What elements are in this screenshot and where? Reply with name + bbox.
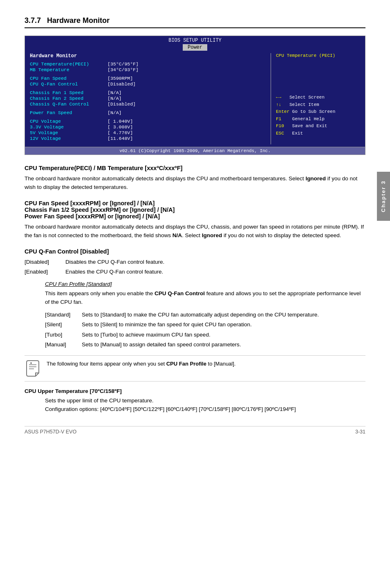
bios-row-cpu-temp: CPU Temperature(PECI) [35°C/95°F] (30, 61, 266, 67)
note-text: The following four items appear only whe… (47, 360, 365, 368)
fan-speed-heading: CPU Fan Speed [xxxxRPM] or [Ignored] / [… (25, 200, 365, 220)
bios-row-mb-temp: MB Temperature [34°C/93°F] (30, 67, 266, 72)
bios-row-12v-voltage: 12V Voltage [11.648V] (30, 136, 266, 141)
bios-group-power-fan: Power Fan Speed [N/A] (30, 110, 266, 115)
bios-group-chassis-fan: Chassis Fan 1 Speed [N/A] Chassis Fan 2 … (30, 90, 266, 107)
bios-value-chassis-fan2: [N/A] (108, 96, 122, 101)
bios-row-chassis-fan2: Chassis Fan 2 Speed [N/A] (30, 96, 266, 101)
bios-value-chassis-qfan: [Disabled] (108, 101, 136, 107)
profile-desc-silent: Sets to [Silent] to minimize the fan spe… (82, 321, 365, 329)
bios-label-cpu-fan-speed: CPU Fan Speed (30, 76, 108, 81)
fan-speed-ignored: Ignored (202, 232, 222, 238)
note-bold: CPU Fan Profile (166, 361, 206, 367)
bios-left-header: Hardware Monitor (30, 53, 266, 59)
bios-label-cpu-temp: CPU Temperature(PECI) (30, 61, 108, 67)
footer-left: ASUS P7H57D-V EVO (25, 429, 76, 435)
bios-label-chassis-fan1: Chassis Fan 1 Speed (30, 90, 108, 95)
bios-row-chassis-fan1: Chassis Fan 1 Speed [N/A] (30, 90, 266, 95)
qfan-profile-subsection: CPU Fan Profile [Standard] This item app… (45, 281, 365, 349)
cpu-fan-profile-heading: CPU Fan Profile [Standard] (45, 281, 365, 287)
bios-row-5v-voltage: 5V Voltage [ 4.776V] (30, 130, 266, 135)
bios-label-chassis-fan2: Chassis Fan 2 Speed (30, 96, 108, 101)
bios-value-3v3-voltage: [ 3.008V] (108, 124, 133, 130)
qfan-def-list: [Disabled] Disables the CPU Q-Fan contro… (25, 258, 365, 276)
cpu-temp-body-text: The onboard hardware monitor automatical… (25, 175, 305, 182)
cpu-temp-body: The onboard hardware monitor automatical… (25, 175, 365, 192)
profile-intro: This item appears only when you enable t… (45, 290, 155, 296)
bios-row-chassis-qfan: Chassis Q-Fan Control [Disabled] (30, 101, 266, 107)
bios-group-cpu-fan: CPU Fan Speed [3590RPM] CPU Q-Fan Contro… (30, 76, 266, 87)
fan-speed-body: The onboard hardware monitor automatical… (25, 223, 365, 240)
qfan-heading: CPU Q-Fan Control [Disabled] (25, 248, 365, 255)
bios-value-chassis-fan1: [N/A] (108, 90, 122, 95)
bios-label-12v-voltage: 12V Voltage (30, 136, 108, 141)
bios-utility-title: BIOS SETUP UTILITY (168, 38, 222, 43)
fan-speed-line2: Chassis Fan 1/2 Speed [xxxxRPM] or [Igno… (25, 206, 365, 213)
profile-term-manual: [Manual] (45, 341, 82, 349)
bios-nav-row-enter: Enter Go to Sub Screen (276, 108, 360, 116)
profile-term-standard: [Standard] (45, 311, 82, 319)
profile-def-standard: [Standard] Sets to [Standard] to make th… (45, 311, 365, 319)
bios-value-cpu-qfan: [Disabled] (108, 81, 136, 87)
section-title: 3.7.7 Hardware Monitor (25, 16, 365, 28)
qfan-desc-enabled: Enables the CPU Q-Fan control feature. (65, 268, 365, 276)
fan-speed-body2: . Select (182, 232, 202, 238)
bios-value-12v-voltage: [11.648V] (108, 136, 133, 141)
bios-value-cpu-fan-speed: [3590RPM] (108, 76, 133, 81)
note-icon (25, 360, 41, 377)
profile-def-manual: [Manual] Sets to [Manual] to assign deta… (45, 341, 365, 349)
cpu-upper-temp-text: Sets the upper limit of the CPU temperat… (45, 397, 154, 404)
cpu-temp-heading: CPU Temperature(PECI) / MB Temperature [… (25, 165, 365, 171)
profile-term-silent: [Silent] (45, 321, 82, 329)
bios-nav-row-f1: F1 General Help (276, 116, 360, 123)
page-footer: ASUS P7H57D-V EVO 3-31 (25, 426, 365, 435)
qfan-term-enabled: [Enabled] (25, 268, 65, 276)
bios-label-cpu-voltage: CPU Voltage (30, 119, 108, 124)
profile-term-turbo: [Turbo] (45, 331, 82, 339)
bios-nav-help: ←→ Select Screen ↑↓ Select Item Enter Go… (276, 94, 360, 137)
bios-row-cpu-fan-speed: CPU Fan Speed [3590RPM] (30, 76, 266, 81)
bios-header: BIOS SETUP UTILITY (25, 36, 365, 43)
bios-row-3v3-voltage: 3.3V Voltage [ 3.008V] (30, 124, 266, 130)
profile-desc-manual: Sets to [Manual] to assign detailed fan … (82, 341, 365, 349)
bios-value-cpu-voltage: [ 1.040V] (108, 119, 133, 124)
note-text-after: to [Manual]. (206, 361, 236, 367)
qfan-def-enabled: [Enabled] Enables the CPU Q-Fan control … (25, 268, 365, 276)
chapter-sidebar: Chapter 3 (377, 172, 390, 221)
bios-screenshot: BIOS SETUP UTILITY Power Hardware Monito… (25, 36, 365, 155)
bios-label-mb-temp: MB Temperature (30, 67, 108, 72)
bios-left-panel: Hardware Monitor CPU Temperature(PECI) [… (25, 53, 271, 144)
bios-value-mb-temp: [34°C/93°F] (108, 67, 139, 72)
fan-speed-body3: if you do not wish to display the detect… (222, 232, 341, 238)
bios-nav-row-screen: ←→ Select Screen (276, 94, 360, 101)
bios-row-cpu-qfan: CPU Q-Fan Control [Disabled] (30, 81, 266, 87)
bios-value-cpu-temp: [35°C/95°F] (108, 61, 139, 67)
bios-label-5v-voltage: 5V Voltage (30, 130, 108, 135)
doc-content: CPU Temperature(PECI) / MB Temperature [… (25, 165, 365, 414)
cpu-upper-temp-heading: CPU Upper Temperature [70ºC/158ºF] (25, 388, 365, 394)
bios-label-power-fan: Power Fan Speed (30, 110, 108, 115)
fan-speed-line1: CPU Fan Speed [xxxxRPM] or [Ignored] / [… (25, 200, 365, 206)
bios-active-tab: Power (183, 44, 207, 51)
profile-bold: CPU Q-Fan Control (155, 290, 205, 296)
bios-content: Hardware Monitor CPU Temperature(PECI) [… (25, 51, 365, 147)
fan-speed-na: N/A (173, 232, 182, 238)
profile-def-list: [Standard] Sets to [Standard] to make th… (45, 311, 365, 349)
bios-nav-row-esc: ESC Exit (276, 130, 360, 137)
qfan-def-disabled: [Disabled] Disables the CPU Q-Fan contro… (25, 258, 365, 266)
bios-label-3v3-voltage: 3.3V Voltage (30, 124, 108, 130)
profile-def-turbo: [Turbo] Sets to [Turbo] to achieve maxim… (45, 331, 365, 339)
bios-right-header: CPU Temperature (PECI) (276, 53, 360, 58)
bios-tab-bar: Power (25, 44, 365, 51)
note-box: The following four items appear only whe… (25, 355, 365, 382)
cpu-temp-ignored: Ignored (305, 175, 326, 182)
section-name: Hardware Monitor (47, 16, 110, 25)
bios-row-cpu-voltage: CPU Voltage [ 1.040V] (30, 119, 266, 124)
qfan-desc-disabled: Disables the CPU Q-Fan control feature. (65, 258, 365, 266)
section-number: 3.7.7 (25, 16, 41, 25)
bios-value-5v-voltage: [ 4.776V] (108, 130, 133, 135)
cpu-upper-temp-config: Configuration options: [40ºC/104ºF] [50º… (45, 406, 296, 412)
qfan-term-disabled: [Disabled] (25, 258, 65, 266)
bios-value-power-fan: [N/A] (108, 110, 122, 115)
bios-nav-row-f10: F10 Save and Exit (276, 123, 360, 130)
